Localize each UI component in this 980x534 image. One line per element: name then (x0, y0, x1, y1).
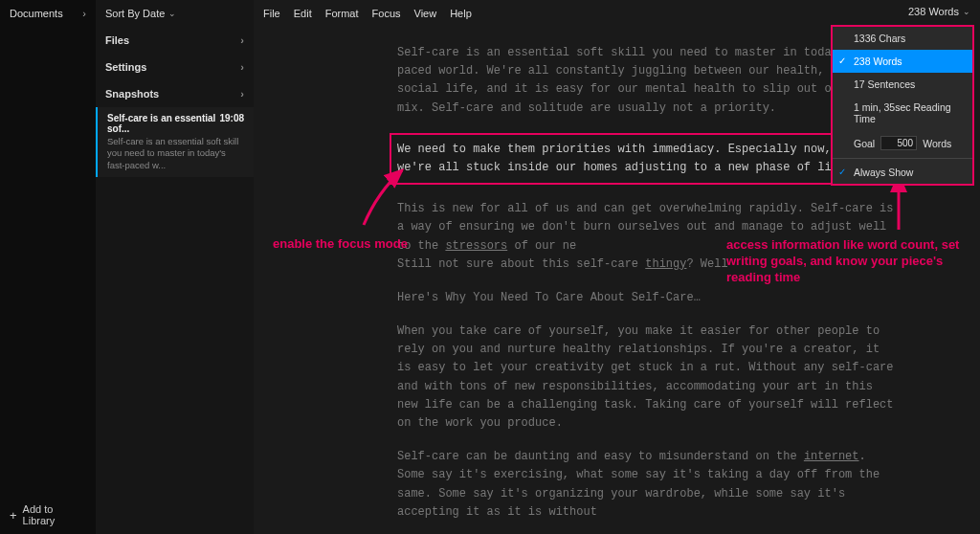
paragraph: Self-care can be daunting and easy to mi… (397, 448, 894, 522)
sort-label: Sort By Date (105, 8, 165, 19)
files-section[interactable]: Files › (96, 27, 254, 54)
stats-words[interactable]: ✓ 238 Words (833, 50, 972, 73)
stats-always-show[interactable]: ✓ Always Show (833, 161, 972, 184)
spellcheck-word[interactable]: stressors (445, 239, 507, 253)
spellcheck-word[interactable]: internet (804, 450, 859, 463)
documents-label: Documents (10, 8, 63, 19)
always-show-label: Always Show (854, 167, 913, 178)
menu-help[interactable]: Help (450, 8, 472, 19)
menu-format[interactable]: Format (325, 8, 359, 19)
doc-title: Self-care is an essential sof... (107, 113, 219, 134)
stats-sentences[interactable]: 17 Sentences (833, 73, 972, 96)
paragraph: Self-care is an essential soft skill you… (397, 44, 894, 118)
stats-panel: 1336 Chars ✓ 238 Words 17 Sentences 1 mi… (831, 25, 974, 186)
plus-icon: + (10, 508, 17, 523)
divider (833, 158, 972, 159)
settings-section[interactable]: Settings › (96, 54, 254, 80)
add-to-library-label: Add to Library (23, 503, 86, 526)
paragraph: This is new for all of us and can get ov… (397, 200, 894, 274)
stats-goal-row: Goal Words (833, 130, 972, 156)
word-count-dropdown-button[interactable]: 238 Words ⌄ (908, 6, 970, 17)
doc-preview: Self-care is an essential soft skill you… (107, 136, 244, 171)
check-icon: ✓ (838, 167, 846, 177)
word-count-label: 238 Words (908, 6, 959, 17)
chevron-right-icon: › (240, 61, 244, 73)
chevron-down-icon: ⌄ (168, 9, 176, 18)
menu-focus[interactable]: Focus (372, 8, 401, 19)
stats-words-label: 238 Words (854, 56, 902, 67)
goal-unit: Words (923, 138, 951, 149)
goal-label: Goal (854, 138, 875, 149)
chevron-right-icon: › (240, 34, 244, 46)
chevron-down-icon: ⌄ (963, 7, 970, 16)
stats-reading-time[interactable]: 1 min, 35sec Reading Time (833, 96, 972, 130)
sort-by-dropdown[interactable]: Sort By Date ⌄ (96, 0, 254, 27)
sidebar: Sort By Date ⌄ Files › Settings › Snapsh… (96, 0, 254, 534)
doc-time: 19:08 (219, 113, 244, 134)
menu-edit[interactable]: Edit (294, 8, 312, 19)
document-list-item[interactable]: Self-care is an essential sof... 19:08 S… (96, 107, 254, 177)
stats-chars[interactable]: 1336 Chars (833, 27, 972, 50)
menubar: File Edit Format Focus View Help (254, 0, 980, 27)
add-to-library-button[interactable]: + Add to Library (10, 503, 86, 526)
goal-input[interactable] (880, 136, 917, 150)
menu-view[interactable]: View (414, 8, 437, 19)
spellcheck-word[interactable]: thingy (645, 257, 686, 271)
snapshots-section[interactable]: Snapshots › (96, 80, 254, 107)
paragraph: When you take care of yourself, you make… (397, 323, 894, 433)
chevron-right-icon: › (82, 8, 86, 19)
settings-label: Settings (105, 61, 146, 73)
chevron-right-icon: › (240, 88, 244, 100)
main-area: File Edit Format Focus View Help 238 Wor… (254, 0, 980, 534)
menu-file[interactable]: File (263, 8, 280, 19)
check-icon: ✓ (838, 56, 846, 66)
leftbar: Documents › + Add to Library (0, 0, 96, 534)
files-label: Files (105, 34, 129, 46)
snapshots-label: Snapshots (105, 88, 159, 100)
paragraph: Here's Why You Need To Care About Self-C… (397, 289, 894, 307)
leftbar-header[interactable]: Documents › (10, 8, 86, 19)
focused-paragraph: We need to make them priorities with imm… (390, 133, 902, 185)
